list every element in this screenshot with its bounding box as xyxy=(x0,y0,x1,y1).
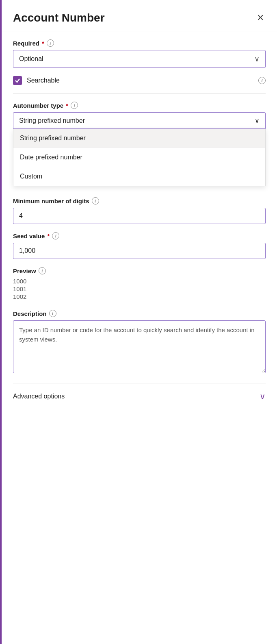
seed-value-input[interactable] xyxy=(13,243,266,259)
description-label: Description i xyxy=(13,310,266,317)
required-field-group: Required * i Optional ∨ xyxy=(13,39,266,68)
searchable-info-icon[interactable]: i xyxy=(258,77,266,84)
autonumber-info-icon[interactable]: i xyxy=(71,102,78,109)
seed-required-star: * xyxy=(47,233,50,239)
autonumber-label: Autonumber type * i xyxy=(13,102,266,109)
autonumber-required-star: * xyxy=(66,102,68,109)
dropdown-option-string-prefixed[interactable]: String prefixed number xyxy=(13,129,265,148)
min-digits-label-text: Minimum number of digits xyxy=(13,198,89,205)
searchable-label: Searchable xyxy=(27,77,60,84)
preview-info-icon[interactable]: i xyxy=(39,267,46,274)
autonumber-select[interactable]: String prefixed number ∨ xyxy=(13,112,266,129)
description-group: Description i xyxy=(13,310,266,375)
description-textarea[interactable] xyxy=(13,320,266,373)
preview-section: Preview i 1000 1001 1002 xyxy=(13,267,266,300)
dropdown-option-date-prefixed[interactable]: Date prefixed number xyxy=(13,148,265,167)
required-star: * xyxy=(42,40,44,47)
checkmark-icon xyxy=(15,78,20,83)
divider-1 xyxy=(13,93,266,94)
advanced-options-label: Advanced options xyxy=(13,393,65,400)
preview-values: 1000 1001 1002 xyxy=(13,278,266,300)
min-digits-info-icon[interactable]: i xyxy=(92,197,99,205)
preview-value-3: 1002 xyxy=(13,293,266,300)
searchable-checkbox[interactable] xyxy=(13,76,22,85)
preview-value-1: 1000 xyxy=(13,278,266,285)
min-digits-group: Minimum number of digits i xyxy=(13,197,266,224)
required-info-icon[interactable]: i xyxy=(47,39,54,47)
seed-value-label: Seed value * i xyxy=(13,232,266,239)
panel-title: Account Number xyxy=(13,11,105,24)
close-button[interactable]: ✕ xyxy=(255,12,266,24)
advanced-options-chevron-icon: ∨ xyxy=(260,392,266,401)
min-digits-label: Minimum number of digits i xyxy=(13,197,266,205)
dropdown-option-custom[interactable]: Custom xyxy=(13,167,265,186)
required-select-value: Optional xyxy=(19,55,43,63)
preview-label-text: Preview xyxy=(13,268,36,274)
required-chevron-icon: ∨ xyxy=(254,54,260,63)
dropdown-option-label-2: Date prefixed number xyxy=(20,154,82,161)
autonumber-dropdown-container: String prefixed number ∨ String prefixed… xyxy=(13,112,266,129)
preview-label: Preview i xyxy=(13,267,266,274)
autonumber-chevron-icon: ∨ xyxy=(255,117,260,124)
searchable-left: Searchable xyxy=(13,76,60,85)
autonumber-type-group: Autonumber type * i String prefixed numb… xyxy=(13,102,266,129)
preview-value-2: 1001 xyxy=(13,285,266,292)
description-label-text: Description xyxy=(13,310,47,317)
required-label: Required * i xyxy=(13,39,266,47)
panel-body: Required * i Optional ∨ Searchable i xyxy=(2,31,277,413)
panel-header: Account Number ✕ xyxy=(2,0,277,31)
side-panel: Account Number ✕ Required * i Optional ∨ xyxy=(0,0,277,644)
required-label-text: Required xyxy=(13,40,39,47)
min-digits-input[interactable] xyxy=(13,208,266,224)
dropdown-option-label-3: Custom xyxy=(20,173,42,180)
autonumber-label-text: Autonumber type xyxy=(13,102,63,109)
seed-value-label-text: Seed value xyxy=(13,233,45,239)
searchable-row: Searchable i xyxy=(13,76,266,85)
advanced-options-row[interactable]: Advanced options ∨ xyxy=(13,383,266,401)
autonumber-dropdown-menu: String prefixed number Date prefixed num… xyxy=(13,129,266,186)
dropdown-option-label-1: String prefixed number xyxy=(20,135,86,141)
seed-info-icon[interactable]: i xyxy=(52,232,59,239)
seed-value-group: Seed value * i xyxy=(13,232,266,259)
description-info-icon[interactable]: i xyxy=(49,310,56,317)
required-select[interactable]: Optional ∨ xyxy=(13,50,266,68)
autonumber-select-value: String prefixed number xyxy=(19,117,85,124)
